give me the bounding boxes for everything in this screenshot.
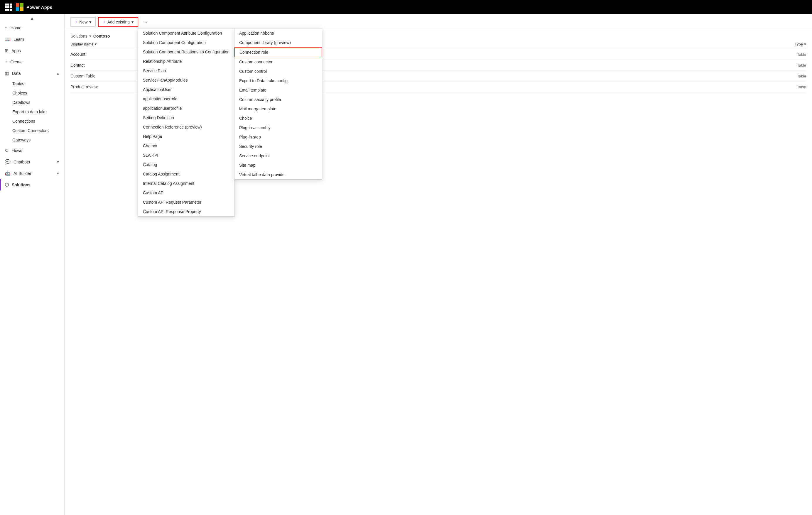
dropdown-item-plugin-step[interactable]: Plug-in step (234, 132, 322, 142)
content-area: + New ▾ + Add existing ▾ ··· Solutions >… (64, 14, 812, 515)
waffle-menu[interactable] (3, 2, 13, 12)
dropdown-item-help-page[interactable]: Help Page (138, 132, 234, 141)
add-existing-dropdown-left: Solution Component Attribute Configurati… (138, 28, 235, 217)
dropdown-item-column-security-profile[interactable]: Column security profile (234, 95, 322, 104)
sidebar-item-learn[interactable]: 📖 Learn (0, 33, 64, 45)
sidebar-item-chatbots[interactable]: 💬 Chatbots ▼ (0, 156, 64, 168)
data-icon: ▦ (5, 70, 9, 76)
new-chevron-icon: ▾ (89, 20, 91, 24)
sidebar-label-home: Home (10, 26, 60, 30)
more-label: ··· (144, 20, 147, 24)
dropdown-item-choice[interactable]: Choice (234, 114, 322, 123)
app-name: Power Apps (26, 5, 52, 10)
add-existing-dropdown-right: Application ribbons Component library (p… (234, 28, 322, 179)
dropdown-item-plugin-assembly[interactable]: Plug-in assembly (234, 123, 322, 132)
dropdown-item-applicationuserprofile[interactable]: applicationuserprofile (138, 104, 234, 113)
breadcrumb-solutions-link[interactable]: Solutions (70, 34, 87, 38)
sidebar-item-custom-connectors[interactable]: Custom Connectors (0, 126, 64, 135)
dropdown-item-email-template[interactable]: Email template (234, 85, 322, 95)
sidebar-scroll-up[interactable]: ▲ (0, 14, 64, 22)
dropdown-item-sla-kpi[interactable]: SLA KPI (138, 150, 234, 160)
sidebar-label-ai-builder: AI Builder (13, 171, 53, 176)
sidebar-item-choices[interactable]: Choices (0, 88, 64, 98)
sidebar-item-dataflows[interactable]: Dataflows (0, 98, 64, 107)
sidebar-item-flows[interactable]: ↻ Flows (0, 145, 64, 156)
dropdown-item-component-library[interactable]: Component library (preview) (234, 38, 322, 47)
sidebar-item-solutions[interactable]: ⬡ Solutions (0, 179, 64, 191)
dropdown-item-virtual-table-data-provider[interactable]: Virtual talbe data provider (234, 170, 322, 179)
sidebar-label-create: Create (10, 60, 60, 64)
dropdown-item-internal-catalog-assignment[interactable]: Internal Catalog Assignment (138, 179, 234, 188)
solutions-icon: ⬡ (5, 182, 9, 188)
col-type-label: Type (795, 42, 803, 46)
dropdown-item-setting-definition[interactable]: Setting Definition (138, 113, 234, 122)
dropdown-item-custom-api-response-property[interactable]: Custom API Response Property (138, 207, 234, 216)
sidebar-item-gateways[interactable]: Gateways (0, 135, 64, 145)
dropdown-item-security-role[interactable]: Security role (234, 142, 322, 151)
dropdown-item-custom-control[interactable]: Custom control (234, 67, 322, 76)
dropdown-item-mail-merge-template[interactable]: Mail merge template (234, 104, 322, 114)
main-layout: ▲ ⌂ Home 📖 Learn ⊞ Apps + Create ▦ Data … (0, 14, 812, 515)
sidebar-item-data[interactable]: ▦ Data ▲ (0, 67, 64, 79)
sidebar-label-chatbots: Chatbots (13, 160, 53, 164)
type-sort-icon: ▾ (804, 42, 806, 46)
add-existing-chevron-icon: ▾ (132, 20, 134, 24)
topbar: Power Apps (0, 0, 812, 14)
dropdown-item-connection-role[interactable]: Connection role (234, 47, 322, 57)
chatbots-chevron-icon: ▼ (56, 160, 60, 164)
row-type-product-review: Table (777, 85, 806, 89)
chatbots-icon: 💬 (5, 159, 10, 165)
toolbar: + New ▾ + Add existing ▾ ··· (64, 14, 812, 30)
sidebar-item-tables[interactable]: Tables (0, 79, 64, 88)
sidebar-item-apps[interactable]: ⊞ Apps (0, 45, 64, 56)
dropdown-item-service-plan[interactable]: Service Plan (138, 66, 234, 76)
dropdown-item-catalog[interactable]: Catalog (138, 160, 234, 169)
dropdown-item-solution-component-config[interactable]: Solution Component Configuration (138, 38, 234, 47)
dropdown-item-custom-api-request-parameter[interactable]: Custom API Request Parameter (138, 198, 234, 207)
dropdown-item-chatbot[interactable]: Chatbot (138, 141, 234, 150)
sort-icon: ▾ (95, 42, 97, 46)
dropdown-item-service-endpoint[interactable]: Service endpoint (234, 151, 322, 161)
col-type-header[interactable]: Type ▾ (777, 42, 806, 46)
dropdown-item-applicationuserrole[interactable]: applicationuserrole (138, 94, 234, 104)
add-existing-button[interactable]: + Add existing ▾ (98, 17, 138, 27)
dropdown-item-custom-connector[interactable]: Custom connector (234, 57, 322, 67)
dropdown-item-service-plan-app-modules[interactable]: ServicePlanAppModules (138, 76, 234, 85)
sidebar-item-ai-builder[interactable]: 🤖 AI Builder ▼ (0, 168, 64, 179)
sidebar-label-learn: Learn (13, 37, 60, 42)
dropdown-item-connection-reference[interactable]: Connection Reference (preview) (138, 122, 234, 132)
add-existing-plus-icon: + (103, 19, 105, 25)
new-plus-icon: + (75, 19, 78, 25)
sidebar-item-connections[interactable]: Connections (0, 116, 64, 126)
dropdown-item-custom-api[interactable]: Custom API (138, 188, 234, 198)
apps-icon: ⊞ (5, 48, 8, 53)
dropdown-item-solution-component-attr-config[interactable]: Solution Component Attribute Configurati… (138, 28, 234, 38)
dropdown-item-application-user[interactable]: ApplicationUser (138, 85, 234, 94)
sidebar-label-solutions: Solutions (12, 182, 60, 187)
new-button-label: New (79, 20, 87, 24)
dropdown-item-application-ribbons[interactable]: Application ribbons (234, 28, 322, 38)
sidebar-item-create[interactable]: + Create (0, 56, 64, 67)
create-icon: + (5, 59, 7, 64)
dropdown-item-site-map[interactable]: Site map (234, 161, 322, 170)
dropdown-item-solution-component-rel-config[interactable]: Solution Component Relationship Configur… (138, 47, 234, 57)
sidebar: ▲ ⌂ Home 📖 Learn ⊞ Apps + Create ▦ Data … (0, 14, 64, 515)
microsoft-logo (16, 3, 24, 11)
ai-builder-icon: 🤖 (5, 171, 10, 176)
home-icon: ⌂ (5, 25, 8, 30)
ai-builder-chevron-icon: ▼ (56, 172, 60, 175)
row-type-custom-table: Table (777, 74, 806, 78)
breadcrumb-current: Contoso (93, 34, 110, 38)
row-type-account: Table (777, 52, 806, 57)
dropdown-item-relationship-attribute[interactable]: Relationship Attribute (138, 57, 234, 66)
sidebar-item-home[interactable]: ⌂ Home (0, 22, 64, 33)
new-button[interactable]: + New ▾ (70, 17, 96, 27)
dropdown-item-export-to-data-lake-config[interactable]: Export to Data Lake config (234, 76, 322, 85)
sidebar-item-export-to-data-lake[interactable]: Export to data lake (0, 107, 64, 116)
data-chevron-icon: ▲ (56, 71, 60, 75)
col-display-name-label: Display name (70, 42, 94, 46)
sidebar-label-flows: Flows (11, 148, 60, 153)
more-button[interactable]: ··· (141, 18, 150, 26)
dropdown-item-catalog-assignment[interactable]: Catalog Assignment (138, 169, 234, 179)
sidebar-label-apps: Apps (11, 49, 60, 53)
